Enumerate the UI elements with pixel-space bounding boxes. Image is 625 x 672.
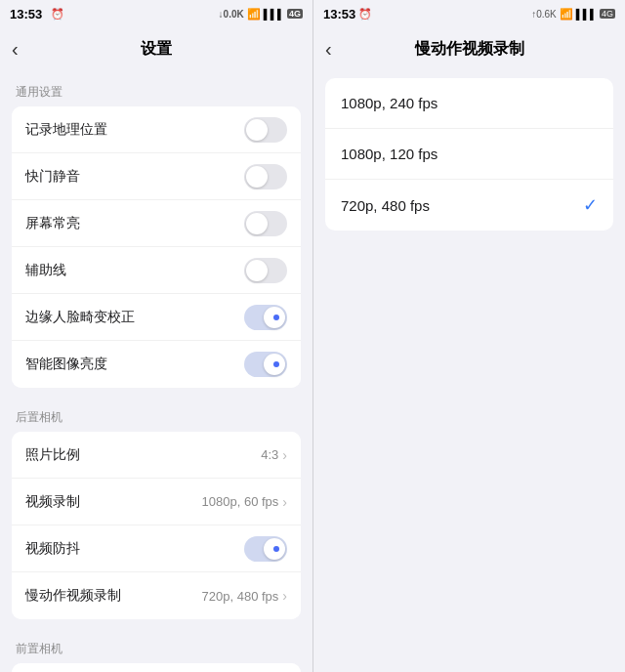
right-back-button[interactable]: ‹ xyxy=(325,38,332,61)
photo-ratio-label: 照片比例 xyxy=(25,446,261,464)
video-rec-label: 视频录制 xyxy=(25,493,202,511)
video-stab-toggle-dot xyxy=(273,546,279,552)
left-panel-title: 设置 xyxy=(141,39,172,60)
location-item: 记录地理位置 xyxy=(12,106,301,153)
right-panel-title: 慢动作视频录制 xyxy=(415,39,524,60)
right-signal-icon: ▌▌▌ xyxy=(576,9,597,20)
video-rec-value: 1080p, 60 fps xyxy=(202,494,279,509)
left-4g-badge: 4G xyxy=(287,9,303,19)
left-signal-icon: ▌▌▌ xyxy=(264,9,284,20)
left-panel-header: ‹ 设置 xyxy=(0,27,312,70)
slow-mo-chevron: › xyxy=(282,588,287,604)
face-toggle-dot xyxy=(273,315,279,320)
photo-ratio-item[interactable]: 照片比例 4:3 › xyxy=(12,432,301,479)
screen-toggle-knob xyxy=(246,213,268,234)
front-settings-group: 照片比例 4:3 › 视频分辨率 1080p, 30 fps › xyxy=(12,663,301,672)
location-label: 记录地理位置 xyxy=(25,121,244,139)
brightness-toggle[interactable] xyxy=(244,352,287,377)
section-rear-label: 后置相机 xyxy=(0,396,312,432)
option-720p-480[interactable]: 720p, 480 fps ✓ xyxy=(325,180,613,231)
screen-label: 屏幕常亮 xyxy=(25,215,244,232)
video-rec-item[interactable]: 视频录制 1080p, 60 fps › xyxy=(12,479,301,525)
left-network: ↓0.0K xyxy=(219,9,244,20)
right-panel-header: ‹ 慢动作视频录制 xyxy=(313,27,625,70)
section-general-label: 通用设置 xyxy=(0,70,312,106)
selected-checkmark: ✓ xyxy=(583,194,598,216)
video-stab-toggle[interactable] xyxy=(244,536,287,562)
shutter-label: 快门静音 xyxy=(25,168,244,186)
grid-label: 辅助线 xyxy=(25,262,244,279)
shutter-item: 快门静音 xyxy=(12,153,301,200)
section-front-label: 前置相机 xyxy=(0,627,312,663)
option-1080p-240-label: 1080p, 240 fps xyxy=(341,95,598,111)
left-panel: 13:53 ⏰ ↓0.0K 📶 ▌▌▌ 4G ‹ 设置 通用设置 记录地理位置 … xyxy=(0,0,312,672)
brightness-label: 智能图像亮度 xyxy=(25,356,244,373)
rear-settings-group: 照片比例 4:3 › 视频录制 1080p, 60 fps › 视频防抖 慢动作… xyxy=(12,432,301,619)
face-toggle[interactable] xyxy=(244,305,287,330)
right-status-icons: ↑0.6K 📶 ▌▌▌ 4G xyxy=(531,8,615,21)
option-1080p-120[interactable]: 1080p, 120 fps xyxy=(325,129,613,180)
screen-toggle[interactable] xyxy=(244,211,287,236)
grid-item: 辅助线 xyxy=(12,247,301,294)
slow-mo-item[interactable]: 慢动作视频录制 720p, 480 fps › xyxy=(12,572,301,619)
right-4g-badge: 4G xyxy=(600,9,615,19)
slow-mo-value: 720p, 480 fps xyxy=(202,589,279,604)
right-wifi-icon: 📶 xyxy=(560,8,573,21)
brightness-item: 智能图像亮度 xyxy=(12,341,301,388)
left-status-icons: ↓0.0K 📶 ▌▌▌ 4G xyxy=(219,8,303,21)
status-bar-right: 13:53 ⏰ ↑0.6K 📶 ▌▌▌ 4G xyxy=(313,0,625,27)
selection-container: 1080p, 240 fps 1080p, 120 fps 720p, 480 … xyxy=(313,78,625,231)
right-network: ↑0.6K xyxy=(531,9,557,20)
video-stab-label: 视频防抖 xyxy=(25,540,244,558)
slow-mo-options-group: 1080p, 240 fps 1080p, 120 fps 720p, 480 … xyxy=(325,78,613,231)
brightness-toggle-dot xyxy=(273,361,279,367)
option-1080p-240[interactable]: 1080p, 240 fps xyxy=(325,78,613,129)
shutter-toggle[interactable] xyxy=(244,164,287,189)
right-time: 13:53 xyxy=(323,7,355,21)
option-1080p-120-label: 1080p, 120 fps xyxy=(341,146,598,162)
right-panel: 13:53 ⏰ ↑0.6K 📶 ▌▌▌ 4G ‹ 慢动作视频录制 1080p, … xyxy=(312,0,625,672)
status-bar-left: 13:53 ⏰ ↓0.0K 📶 ▌▌▌ 4G xyxy=(0,0,312,27)
grid-toggle[interactable] xyxy=(244,258,287,283)
photo-ratio-value: 4:3 xyxy=(261,447,278,462)
photo-ratio-chevron: › xyxy=(282,447,287,463)
location-toggle[interactable] xyxy=(244,117,287,143)
general-settings-group: 记录地理位置 快门静音 屏幕常亮 辅助线 边缘人 xyxy=(12,106,301,388)
face-item: 边缘人脸畸变校正 xyxy=(12,294,301,341)
left-time: 13:53 xyxy=(10,7,42,21)
left-back-button[interactable]: ‹ xyxy=(12,38,19,61)
slow-mo-label: 慢动作视频录制 xyxy=(25,587,202,605)
grid-toggle-knob xyxy=(246,260,268,281)
video-stab-item: 视频防抖 xyxy=(12,525,301,572)
option-720p-480-label: 720p, 480 fps xyxy=(341,197,583,214)
right-alarm-icon: ⏰ xyxy=(358,8,372,21)
left-alarm-icon: ⏰ xyxy=(51,8,64,21)
screen-item: 屏幕常亮 xyxy=(12,200,301,247)
face-label: 边缘人脸畸变校正 xyxy=(25,309,244,326)
left-wifi-icon: 📶 xyxy=(247,8,261,21)
front-ratio-item[interactable]: 照片比例 4:3 › xyxy=(12,663,301,672)
video-rec-chevron: › xyxy=(282,494,287,510)
shutter-toggle-knob xyxy=(246,166,268,188)
location-toggle-knob xyxy=(246,119,268,141)
